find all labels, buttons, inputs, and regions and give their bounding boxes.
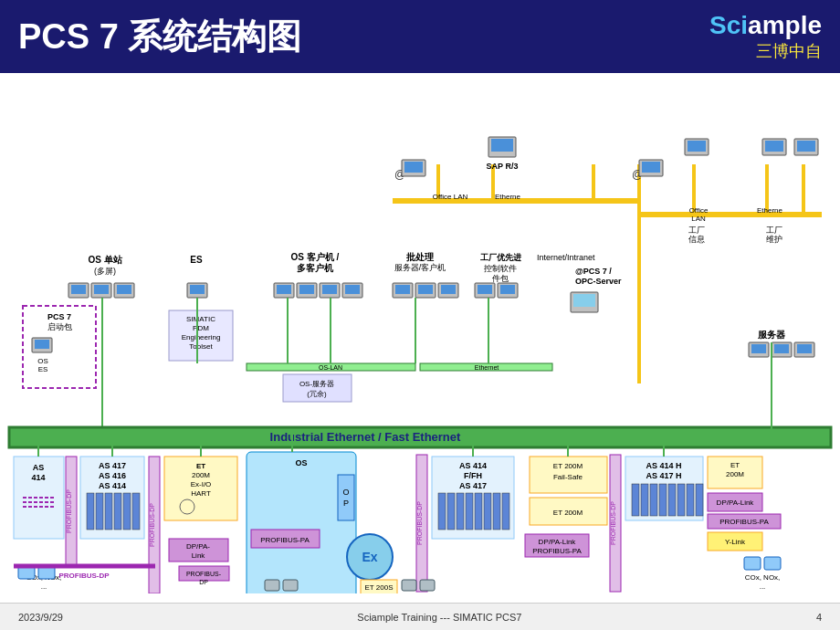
svg-text:AS 414: AS 414	[459, 461, 487, 470]
svg-text:启动包: 启动包	[47, 322, 72, 331]
svg-text:Internet/Intranet: Internet/Intranet	[537, 253, 595, 262]
svg-text:ET: ET	[196, 462, 205, 470]
svg-text:(冗余): (冗余)	[307, 390, 327, 398]
svg-text:PROFIBUS-DP: PROFIBUS-DP	[149, 503, 155, 547]
svg-text:工厂: 工厂	[688, 226, 705, 235]
svg-text:OS-LAN: OS-LAN	[319, 364, 342, 371]
svg-text:LAN: LAN	[691, 215, 706, 223]
svg-rect-185	[687, 484, 694, 516]
svg-text:...: ...	[760, 583, 766, 591]
svg-rect-19	[688, 141, 706, 152]
svg-text:(多屏): (多屏)	[94, 267, 116, 276]
svg-text:P: P	[343, 499, 349, 508]
svg-text:Fail-Safe: Fail-Safe	[553, 473, 583, 481]
svg-rect-180	[641, 484, 648, 516]
svg-rect-182	[659, 484, 667, 516]
svg-text:OS: OS	[295, 458, 307, 467]
svg-rect-74	[500, 285, 515, 294]
svg-text:件包: 件包	[492, 274, 509, 283]
svg-rect-66	[395, 285, 410, 294]
svg-text:200M: 200M	[726, 470, 744, 478]
svg-text:Toolset: Toolset	[189, 342, 213, 351]
svg-text:AS 416: AS 416	[99, 471, 126, 480]
svg-rect-184	[677, 484, 685, 516]
svg-text:AS 414 H: AS 414 H	[646, 461, 681, 470]
svg-rect-77	[751, 344, 766, 353]
svg-text:PROFIBUS-PA: PROFIBUS-PA	[719, 518, 769, 526]
svg-text:ET 200M: ET 200M	[553, 462, 583, 470]
svg-rect-158	[438, 493, 446, 530]
svg-text:工厂: 工厂	[766, 226, 782, 235]
svg-rect-141	[247, 452, 356, 593]
svg-text:AS: AS	[33, 463, 45, 472]
svg-rect-126	[132, 493, 140, 530]
svg-text:AS 417: AS 417	[459, 481, 487, 490]
svg-rect-72	[478, 285, 492, 294]
svg-text:多客户机: 多客户机	[297, 263, 334, 273]
svg-text:PROFIBUS-DP: PROFIBUS-DP	[610, 501, 616, 545]
svg-rect-17	[642, 162, 660, 173]
svg-text:ET 200S: ET 200S	[365, 583, 394, 592]
svg-rect-52	[94, 285, 109, 294]
svg-rect-143	[338, 475, 354, 520]
svg-text:PDM: PDM	[193, 324, 209, 332]
svg-text:ES: ES	[38, 365, 48, 373]
svg-text:ET 200M: ET 200M	[553, 509, 583, 517]
svg-rect-123	[105, 493, 112, 530]
svg-text:Link: Link	[192, 551, 206, 560]
svg-text:Ex: Ex	[362, 550, 377, 564]
svg-rect-215	[283, 580, 298, 591]
page-title: PCS 7 系统结构图	[18, 14, 301, 60]
svg-text:PROFIBUS-: PROFIBUS-	[186, 571, 222, 577]
svg-text:HART: HART	[191, 489, 211, 498]
svg-text:Engineering: Engineering	[182, 333, 221, 341]
svg-rect-23	[797, 141, 815, 152]
svg-text:Etherne: Etherne	[495, 193, 521, 201]
svg-rect-203	[764, 557, 781, 570]
svg-text:AS 414: AS 414	[99, 481, 126, 490]
svg-rect-70	[441, 285, 456, 294]
svg-text:PROFIBUS-PA: PROFIBUS-PA	[532, 547, 582, 555]
svg-text:服务器: 服务器	[757, 330, 786, 340]
svg-text:PROFIBUS-PA: PROFIBUS-PA	[260, 536, 310, 544]
main-diagram: SAP R/3 @ @ Office LAN Etherne Office LA…	[0, 73, 840, 593]
svg-text:PROFIBUS-DP: PROFIBUS-DP	[416, 501, 423, 545]
svg-text:OS: OS	[37, 357, 48, 365]
svg-rect-122	[96, 493, 103, 530]
svg-rect-64	[345, 285, 360, 294]
svg-rect-186	[696, 484, 703, 516]
svg-text:AS 417 H: AS 417 H	[646, 471, 681, 480]
svg-text:SAP R/3: SAP R/3	[487, 162, 519, 171]
logo-sub: 三博中自	[709, 40, 822, 62]
svg-rect-125	[123, 493, 131, 530]
svg-text:Ex-I/O: Ex-I/O	[191, 480, 212, 488]
svg-rect-163	[484, 493, 491, 530]
svg-rect-79	[774, 344, 789, 353]
svg-rect-160	[457, 493, 464, 530]
svg-rect-165	[502, 493, 509, 530]
svg-text:信息: 信息	[688, 235, 705, 244]
svg-text:OS 客户机 /: OS 客户机 /	[291, 252, 340, 262]
svg-text:O: O	[342, 488, 349, 497]
footer-page: 4	[816, 612, 822, 623]
svg-rect-161	[466, 493, 473, 530]
svg-rect-179	[632, 484, 639, 516]
svg-rect-124	[114, 493, 121, 530]
svg-text:PCS 7: PCS 7	[47, 312, 71, 321]
svg-rect-62	[322, 285, 337, 294]
svg-text:Industrial Ethernet / Fast Eth: Industrial Ethernet / Fast Ethernet	[270, 430, 461, 444]
svg-text:DP: DP	[199, 579, 208, 585]
footer-date: 2023/9/29	[18, 612, 63, 623]
svg-rect-56	[190, 285, 205, 294]
svg-rect-159	[447, 493, 455, 530]
svg-rect-60	[299, 285, 314, 294]
svg-rect-183	[668, 484, 676, 516]
svg-rect-38	[573, 294, 595, 307]
svg-text:AS 417: AS 417	[99, 461, 126, 470]
svg-rect-86	[35, 340, 49, 349]
footer: 2023/9/29 Sciample Training --- SIMATIC …	[0, 603, 840, 630]
svg-text:414: 414	[31, 473, 45, 482]
svg-rect-217	[420, 580, 435, 591]
svg-text:PROFIBUS-DP: PROFIBUS-DP	[66, 489, 72, 533]
header: PCS 7 系统结构图 Sciample 三博中自	[0, 0, 840, 73]
